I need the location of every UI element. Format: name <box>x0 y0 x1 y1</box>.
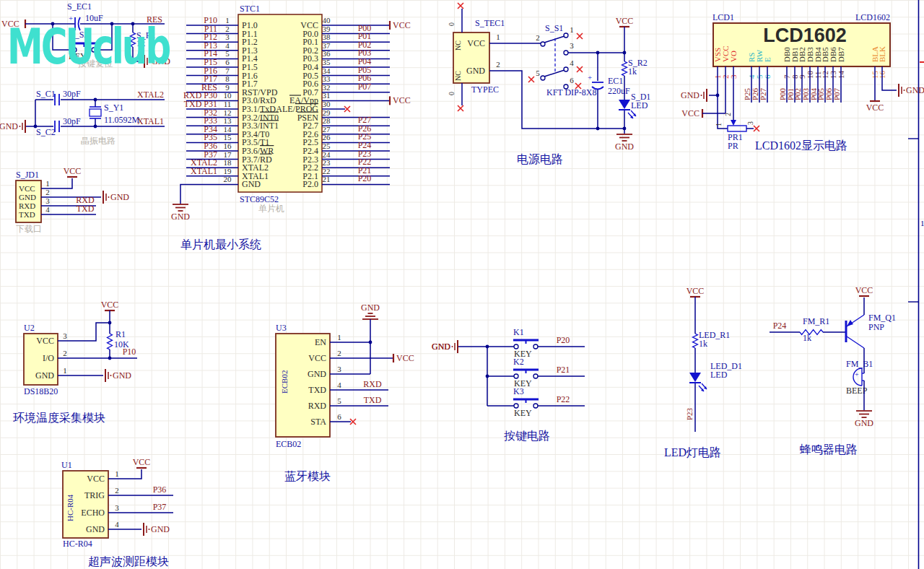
pin-number: 29 <box>323 108 331 117</box>
pin-name: VCC <box>87 474 105 484</box>
pin-number: 35 <box>323 58 331 66</box>
pin-number: 2 <box>724 113 732 116</box>
designator: S_TEC1 <box>475 18 505 28</box>
part-label: HC-R04 <box>63 539 92 549</box>
part-inner-label: HC-R04 <box>66 494 74 521</box>
net-label: P23 <box>685 407 694 420</box>
pin-number: 10 <box>224 91 232 100</box>
pin-number: 40 <box>323 16 331 25</box>
module-caption: 环境温度采集模块 <box>13 412 105 424</box>
pin-name: VCC <box>19 184 35 193</box>
no-connect-x <box>458 105 463 111</box>
resistor-r1[interactable] <box>108 334 113 349</box>
pin-name: VCC <box>467 38 485 48</box>
gnd-port-label: GND <box>906 85 924 95</box>
pin-number: 32 <box>323 83 331 92</box>
net-label: XTAL2 <box>137 90 164 100</box>
gnd-port-label: GND <box>361 303 380 313</box>
vcc-port-label: VCC <box>393 20 411 30</box>
value-label: 1k <box>628 66 637 77</box>
transistor-collector <box>847 336 864 348</box>
switch-contact[interactable] <box>564 33 568 38</box>
pin-number: 4 <box>225 41 230 50</box>
switch-blade <box>544 70 565 77</box>
pin-number: 24 <box>323 150 331 159</box>
resistor-led_r1[interactable] <box>693 334 698 348</box>
pin-number: 8 <box>225 74 230 83</box>
gnd-symbol-dot <box>701 95 702 96</box>
part-inner-label: ECB02 <box>280 370 289 394</box>
pin-number: 2 <box>536 33 540 42</box>
crystal-s_y1[interactable] <box>90 109 101 116</box>
pin-name: NC <box>454 40 462 51</box>
part-label: STC89C52 <box>240 194 279 204</box>
vcc-port-label: VCC <box>681 108 699 118</box>
pot-wiper-arrow <box>731 120 736 126</box>
pin-number: 30 <box>323 100 331 108</box>
net-label: P07 <box>358 82 372 92</box>
pin-name: GND <box>19 193 36 201</box>
switch-contact[interactable] <box>564 51 568 55</box>
gnd-symbol-dot <box>149 529 150 530</box>
pin-number: 16 <box>224 142 232 150</box>
gnd-symbol-dot <box>19 126 21 127</box>
vcc-port-label: VCC <box>393 95 411 105</box>
designator: S_Y1 <box>104 103 123 113</box>
pin-number: 9 <box>225 83 230 92</box>
vcc-port-label: VCC <box>101 300 119 310</box>
value-label: 11.0592M <box>104 115 140 125</box>
net-label: RXD <box>363 379 382 389</box>
schematic-canvas[interactable]: 1VCCS_EC1+10uFS_S2KEY按键复位S_R11kGNDRESMCU… <box>0 0 924 569</box>
gnd-port-label: GND <box>0 121 18 131</box>
no-connect-x <box>754 126 759 131</box>
vcc-port-label: VCC <box>855 285 873 295</box>
net-label: XTAL1 <box>137 116 164 126</box>
pin-number: 1 <box>63 366 67 375</box>
pin-name: TXD <box>308 385 326 395</box>
pin-number: 2 <box>63 349 67 357</box>
pin-name: DB7 <box>837 47 845 62</box>
lcd-title: LCD1602 <box>763 25 847 46</box>
part-label: KEY <box>514 408 532 418</box>
pin-number: 1 <box>570 25 574 34</box>
value-label: 220uF <box>608 86 630 96</box>
pot-pr1[interactable] <box>728 126 746 131</box>
pin-number: 26 <box>323 133 331 142</box>
designator: S_C2 <box>36 127 56 137</box>
pin-name: VO <box>729 51 738 62</box>
pin-number: 23 <box>323 158 331 167</box>
no-connect-x <box>350 419 356 425</box>
switch-contact[interactable] <box>564 67 568 71</box>
led-led_d1[interactable] <box>689 373 701 382</box>
pin-number: 4 <box>45 205 50 214</box>
designator: LCD1 <box>712 12 734 22</box>
pin-name: BLK <box>878 46 886 62</box>
pin-number: 1 <box>115 469 119 478</box>
pin-number: 3 <box>63 331 67 340</box>
module-caption: 蓝牙模块 <box>284 470 331 482</box>
pin-number: 31 <box>323 91 331 100</box>
net-label: P24 <box>773 321 787 331</box>
junction-dot <box>369 341 372 344</box>
part-label: LED <box>631 100 648 110</box>
net-label: P36 <box>153 485 167 495</box>
pin-number: 0 <box>448 92 456 95</box>
led-s_d1[interactable] <box>619 100 630 109</box>
resistor-s_r2[interactable] <box>622 61 627 76</box>
pin-name: P2.0 <box>302 179 318 189</box>
net-label: P27 <box>759 87 767 100</box>
pin-number: 1 <box>337 333 341 342</box>
net-label: P20 <box>358 173 372 183</box>
pin-number: 3 <box>570 41 574 50</box>
vcc-port-label: VCC <box>866 103 884 113</box>
pin-number: 21 <box>323 175 331 183</box>
pin-number: 4 <box>570 58 574 67</box>
pin-name: TRIG <box>84 490 105 500</box>
pin-number: 11 <box>224 100 232 108</box>
pin-number: 3 <box>115 503 119 512</box>
no-connect-x <box>344 106 350 112</box>
caption-gray: 下载口 <box>16 224 42 234</box>
pin-number: 2 <box>496 60 500 69</box>
gnd-port-label: GND <box>855 418 873 428</box>
pin-number: 3 <box>337 365 341 373</box>
